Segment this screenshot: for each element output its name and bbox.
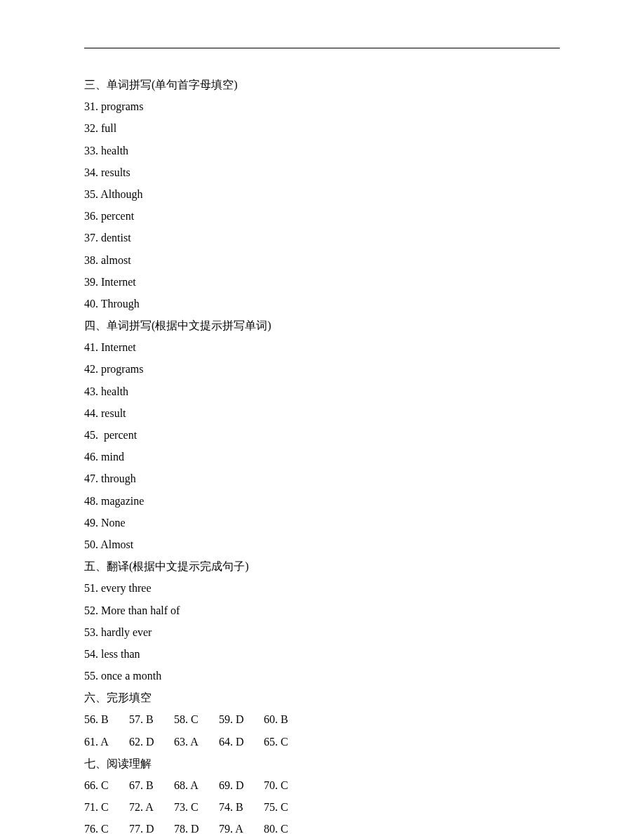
answer-cell: 76. C: [84, 818, 129, 834]
answer-cell: 63. A: [174, 731, 219, 753]
answer-item: 49. None: [84, 512, 560, 534]
answer-cell: 67. B: [129, 774, 174, 796]
answer-item: 52. More than half of: [84, 600, 560, 621]
answer-cell: 79. A: [219, 818, 264, 834]
answer-cell: 71. C: [84, 796, 129, 818]
answer-cell: 62. D: [129, 731, 174, 753]
answer-cell: 68. A: [174, 774, 219, 796]
answer-cell: 74. B: [219, 796, 264, 818]
answer-item: 32. full: [84, 117, 560, 139]
answer-cell: 72. A: [129, 796, 174, 818]
section-heading: 三、单词拼写(单句首字母填空): [84, 74, 560, 95]
answer-item: 38. almost: [84, 249, 560, 271]
answer-cell: 70. C: [264, 774, 309, 796]
answer-row: 76. C 77. D 78. D 79. A 80. C: [84, 818, 560, 834]
answer-cell: 61. A: [84, 731, 129, 753]
answer-cell: 59. D: [219, 708, 264, 730]
answer-cell: 66. C: [84, 774, 129, 796]
answer-cell: 57. B: [129, 708, 174, 730]
answer-item: 39. Internet: [84, 271, 560, 293]
answer-cell: 80. C: [264, 818, 309, 834]
answer-item: 54. less than: [84, 643, 560, 665]
answer-item: 36. percent: [84, 205, 560, 227]
answer-item: 46. mind: [84, 446, 560, 468]
answer-row: 61. A 62. D 63. A 64. D 65. C: [84, 731, 560, 753]
answer-cell: 58. C: [174, 708, 219, 730]
answer-item: 37. dentist: [84, 227, 560, 249]
answer-cell: 60. B: [264, 708, 309, 730]
answer-item: 42. programs: [84, 358, 560, 380]
section-heading: 七、阅读理解: [84, 753, 560, 774]
answer-item: 55. once a month: [84, 665, 560, 687]
answer-cell: 56. B: [84, 708, 129, 730]
answer-item: 35. Although: [84, 183, 560, 205]
answer-item: 50. Almost: [84, 534, 560, 555]
answer-item: 45. percent: [84, 424, 560, 446]
answer-item: 34. results: [84, 161, 560, 183]
answer-cell: 78. D: [174, 818, 219, 834]
section-heading: 六、完形填空: [84, 687, 560, 708]
answer-cell: 69. D: [219, 774, 264, 796]
answer-item: 44. result: [84, 402, 560, 424]
answer-item: 43. health: [84, 380, 560, 402]
answer-cell: 64. D: [219, 731, 264, 753]
answer-item: 33. health: [84, 140, 560, 161]
horizontal-rule: [84, 48, 560, 48]
answer-item: 51. every three: [84, 577, 560, 599]
answer-item: 48. magazine: [84, 490, 560, 512]
answer-item: 31. programs: [84, 95, 560, 117]
answer-row: 66. C 67. B 68. A 69. D 70. C: [84, 774, 560, 796]
answer-cell: 77. D: [129, 818, 174, 834]
answer-row: 56. B 57. B 58. C 59. D 60. B: [84, 708, 560, 730]
answer-item: 47. through: [84, 468, 560, 489]
answer-cell: 75. C: [264, 796, 309, 818]
section-heading: 五、翻译(根据中文提示完成句子): [84, 555, 560, 577]
section-heading: 四、单词拼写(根据中文提示拼写单词): [84, 315, 560, 336]
answer-cell: 73. C: [174, 796, 219, 818]
answer-item: 40. Through: [84, 293, 560, 315]
answer-cell: 65. C: [264, 731, 309, 753]
answer-row: 71. C 72. A 73. C 74. B 75. C: [84, 796, 560, 818]
document-content: 三、单词拼写(单句首字母填空) 31. programs 32. full 33…: [84, 74, 560, 834]
answer-item: 53. hardly ever: [84, 621, 560, 643]
answer-item: 41. Internet: [84, 336, 560, 358]
